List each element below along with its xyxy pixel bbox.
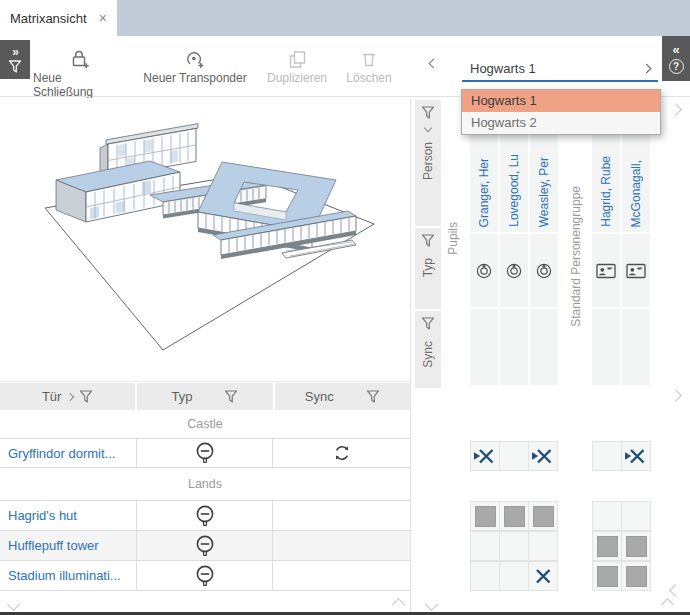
person-name[interactable]: McGonagall, — [629, 160, 643, 227]
person-name[interactable]: Granger, Her — [477, 158, 491, 227]
transponder-icon — [475, 262, 493, 280]
matrix-cell[interactable] — [592, 441, 622, 471]
matrix-cell[interactable] — [499, 561, 529, 591]
lock-cylinder-icon — [194, 441, 216, 465]
cross-arrow-icon — [625, 446, 647, 466]
matrix-cell[interactable] — [621, 561, 651, 591]
door-name-link[interactable]: Hagrid's hut — [0, 508, 136, 523]
chevron-up-icon — [642, 64, 652, 74]
panel-divider — [410, 98, 411, 612]
person-name[interactable]: Lovegood, Lu — [507, 154, 521, 227]
tab-close-icon[interactable]: × — [99, 11, 107, 25]
person-name[interactable]: Hagrid, Rube — [599, 156, 613, 227]
new-lock-button[interactable]: Neue Schließung — [33, 44, 125, 99]
door-row-hufflepuff[interactable]: Hufflepuff tower — [0, 531, 410, 561]
matrix-cell[interactable] — [499, 501, 529, 531]
authorized-square — [475, 506, 496, 527]
person-sync-cell — [500, 309, 528, 385]
help-icon[interactable]: ? — [669, 59, 684, 74]
matrix-cell-row — [592, 441, 651, 471]
lock-add-icon — [67, 44, 91, 71]
matrix-cell[interactable] — [528, 501, 558, 531]
row-header-typ[interactable]: Typ — [415, 228, 441, 309]
matrix-cell[interactable] — [499, 441, 529, 471]
scroll-up-icon[interactable] — [669, 103, 682, 116]
door-row-gryffindor[interactable]: Gryffindor dormit... — [0, 439, 410, 468]
filter-panel-toggle[interactable]: » — [0, 40, 30, 79]
lock-cylinder-icon — [194, 534, 216, 558]
matrix-cell[interactable] — [470, 561, 500, 591]
scroll-up-icon[interactable] — [669, 389, 682, 402]
door-row-hagrids-hut[interactable]: Hagrid's hut — [0, 501, 410, 531]
toolbar-overflow-chevron-icon[interactable] — [429, 59, 439, 69]
row-header-person[interactable]: Person — [415, 100, 441, 226]
filter-icon[interactable] — [224, 390, 238, 403]
matrix-cell[interactable] — [592, 501, 622, 531]
row-header-sync[interactable]: Sync — [415, 311, 441, 388]
matrix-cell[interactable] — [470, 501, 500, 531]
tab-matrixansicht[interactable]: Matrixansicht × — [0, 0, 117, 36]
scroll-left-icon[interactable] — [425, 598, 438, 611]
matrix-cell[interactable] — [499, 531, 529, 561]
matrix-cell[interactable] — [592, 561, 622, 591]
matrix-cell-row — [592, 561, 651, 591]
matrix-cell-row — [470, 501, 558, 531]
filter-icon[interactable] — [421, 106, 435, 119]
person-sync-cell — [470, 309, 498, 385]
authorized-square — [597, 536, 618, 557]
door-table-header: Tür Typ Sync — [0, 383, 410, 410]
lock-type-cell — [136, 501, 272, 530]
scroll-left-icon[interactable] — [7, 598, 20, 611]
matrix-cell-row — [592, 531, 651, 561]
scroll-down-icon[interactable] — [669, 584, 682, 597]
filter-icon[interactable] — [421, 234, 435, 247]
column-header-tuer-label: Tür — [42, 389, 62, 404]
filter-icon[interactable] — [79, 390, 93, 403]
lock-type-cell — [136, 439, 272, 467]
matrix-cell[interactable] — [470, 441, 500, 471]
duplicate-icon — [285, 44, 309, 71]
building-3d-view — [0, 98, 410, 382]
delete-label: Löschen — [346, 71, 391, 85]
matrix-cell[interactable] — [621, 531, 651, 561]
duplicate-button[interactable]: Duplizieren — [261, 44, 333, 85]
matrix-cell[interactable] — [621, 501, 651, 531]
door-row-stadium[interactable]: Stadium illuminati... — [0, 561, 410, 591]
matrix-cell[interactable] — [528, 561, 558, 591]
filter-icon[interactable] — [366, 390, 380, 403]
dropdown-option-hogwarts-2[interactable]: Hogwarts 2 — [462, 112, 660, 134]
lock-type-cell — [136, 531, 272, 560]
door-table: Tür Typ Sync Castle — [0, 383, 410, 591]
filter-icon — [8, 60, 22, 73]
door-name-link[interactable]: Stadium illuminati... — [0, 568, 136, 583]
delete-button[interactable]: Löschen — [340, 44, 398, 85]
new-transponder-button[interactable]: Neuer Transponder — [133, 44, 257, 85]
matrix-cell[interactable] — [528, 441, 558, 471]
row-header-typ-label: Typ — [421, 258, 435, 277]
new-lock-label: Neue Schließung — [33, 71, 125, 99]
matrix-cell[interactable] — [621, 441, 651, 471]
door-name-link[interactable]: Gryffindor dormit... — [0, 446, 136, 461]
person-type-cell — [530, 234, 558, 307]
scroll-right-icon[interactable] — [661, 598, 674, 611]
help-panel-block[interactable]: « ? — [662, 36, 690, 81]
matrix-cell[interactable] — [528, 531, 558, 561]
matrix-cell[interactable] — [592, 531, 622, 561]
new-transponder-label: Neuer Transponder — [143, 71, 246, 85]
plan-selector[interactable]: Hogwarts 1 — [462, 57, 658, 82]
dropdown-option-hogwarts-1[interactable]: Hogwarts 1 — [462, 90, 660, 112]
plan-dropdown-list: Hogwarts 1 Hogwarts 2 — [461, 89, 661, 135]
id-card-icon — [626, 263, 646, 279]
scroll-right-icon[interactable] — [392, 598, 405, 611]
area-group-row-lands[interactable]: Lands — [0, 468, 410, 501]
sync-state-cell — [272, 439, 410, 467]
column-header-tuer[interactable]: Tür — [0, 383, 135, 410]
door-name-link[interactable]: Hufflepuff tower — [0, 538, 136, 553]
matrix-cell[interactable] — [470, 531, 500, 561]
column-header-typ[interactable]: Typ — [137, 383, 272, 410]
person-name[interactable]: Weasley, Per — [537, 157, 551, 227]
area-group-row-castle[interactable]: Castle — [0, 410, 410, 439]
lock-cylinder-icon — [194, 564, 216, 588]
filter-icon[interactable] — [421, 317, 435, 330]
column-header-sync[interactable]: Sync — [275, 383, 410, 410]
